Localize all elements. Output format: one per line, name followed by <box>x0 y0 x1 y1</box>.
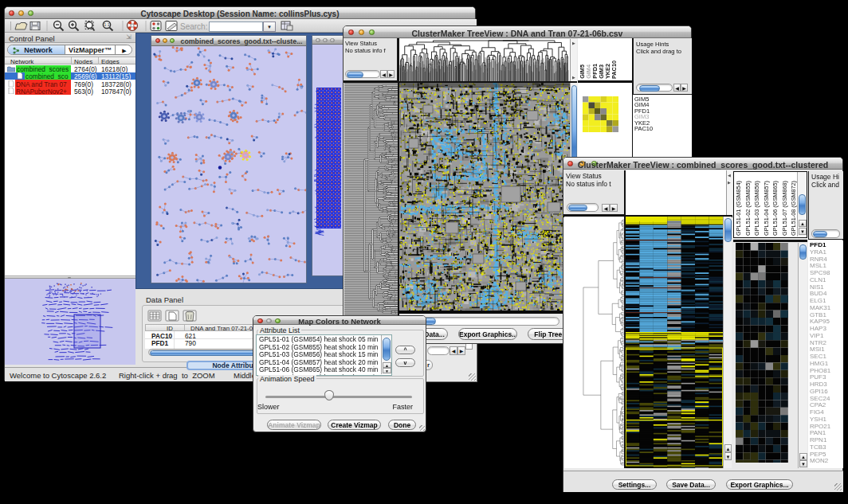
svg-text:1:1: 1:1 <box>104 22 110 27</box>
